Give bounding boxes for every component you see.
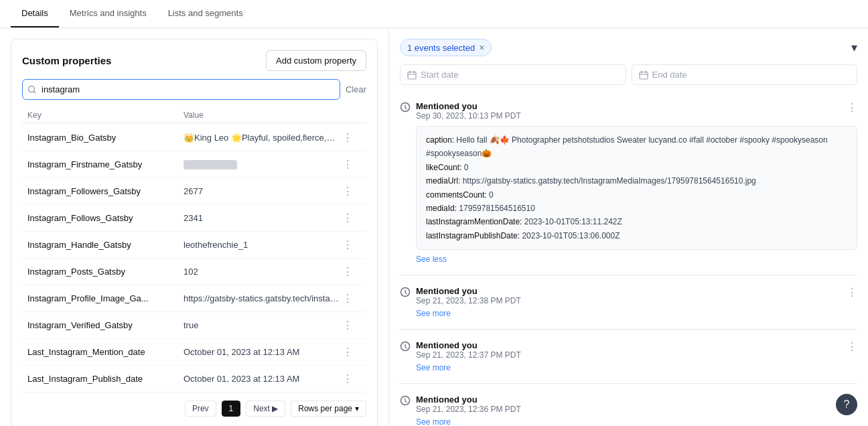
main-layout: Custom properties Add custom property Cl… <box>0 28 868 426</box>
property-value: 102 <box>184 267 340 277</box>
property-key: Instagram_Follows_Gatsby <box>27 213 184 223</box>
table-row: Instagram_Firstname_Gatsby⋮ <box>22 151 366 178</box>
see-less-button[interactable]: See less <box>400 255 447 264</box>
clear-search-button[interactable]: Clear <box>346 84 366 94</box>
table-row: Last_Instagram_Publish_dateOctober 01, 2… <box>22 366 366 393</box>
card-header: Custom properties Add custom property <box>22 50 366 71</box>
event-title: Mentioned you <box>416 286 841 296</box>
property-value: 👑King Leo 🌟Playful, spoiled,fierce,and m… <box>184 133 340 143</box>
svg-rect-1 <box>408 72 416 79</box>
property-value: true <box>184 320 340 330</box>
left-panel: Custom properties Add custom property Cl… <box>0 28 388 426</box>
help-button[interactable]: ? <box>836 394 857 415</box>
event-item: Mentioned youSep 21, 2023, 12:36 PM PDT⋮… <box>400 389 857 426</box>
end-date-placeholder: End date <box>652 70 687 80</box>
property-value <box>184 160 340 169</box>
see-more-button[interactable]: See more <box>400 363 451 372</box>
search-icon <box>27 85 37 94</box>
property-menu-button[interactable]: ⋮ <box>340 184 356 199</box>
event-divider <box>400 275 857 275</box>
event-menu-button[interactable]: ⋮ <box>847 340 857 353</box>
event-icon <box>400 102 411 115</box>
search-input-wrap <box>22 79 340 100</box>
rows-per-page-selector[interactable]: Rows per page ▾ <box>291 401 366 417</box>
tab-metrics[interactable]: Metrics and insights <box>59 0 157 27</box>
property-menu-button[interactable]: ⋮ <box>340 371 356 386</box>
event-title: Mentioned you <box>416 101 841 111</box>
pagination: Prev 1 Next ▶ Rows per page ▾ <box>22 401 366 417</box>
table-row: Instagram_Followers_Gatsby2677⋮ <box>22 178 366 205</box>
search-input[interactable] <box>22 79 340 100</box>
table-row: Instagram_Bio_Gatsby👑King Leo 🌟Playful, … <box>22 125 366 151</box>
event-filter-label: 1 events selected <box>407 43 475 53</box>
event-detail-box: caption: Hello fall 🍂🍁 Photographer pets… <box>416 126 857 250</box>
custom-properties-card: Custom properties Add custom property Cl… <box>11 39 378 426</box>
property-menu-button[interactable]: ⋮ <box>340 344 356 360</box>
event-icon <box>400 395 411 409</box>
events-filter: 1 events selected × ▾ <box>400 39 857 56</box>
event-item: Mentioned youSep 21, 2023, 12:38 PM PDT⋮… <box>400 281 857 330</box>
tab-lists[interactable]: Lists and segments <box>157 0 254 27</box>
event-filter-tag: 1 events selected × <box>400 39 492 56</box>
property-key: Instagram_Posts_Gatsby <box>27 267 184 277</box>
calendar-icon-end <box>639 70 648 80</box>
right-panel: 1 events selected × ▾ Start date End dat… <box>388 28 868 426</box>
svg-rect-2 <box>640 72 648 79</box>
property-menu-button[interactable]: ⋮ <box>340 291 356 306</box>
event-title: Mentioned you <box>416 340 841 350</box>
event-date: Sep 21, 2023, 12:38 PM PDT <box>416 296 841 305</box>
property-menu-button[interactable]: ⋮ <box>340 130 356 145</box>
property-key: Instagram_Verified_Gatsby <box>27 320 184 330</box>
prev-page-button[interactable]: Prev <box>185 401 216 417</box>
property-menu-button[interactable]: ⋮ <box>340 210 356 226</box>
event-date: Sep 30, 2023, 10:13 PM PDT <box>416 111 841 121</box>
event-filter-close-button[interactable]: × <box>479 42 484 53</box>
table-row: Instagram_Verified_Gatsbytrue⋮ <box>22 312 366 339</box>
property-value: 2341 <box>184 213 340 223</box>
event-icon <box>400 341 411 354</box>
col-key: Key <box>27 111 184 120</box>
event-date: Sep 21, 2023, 12:37 PM PDT <box>416 350 841 360</box>
event-date: Sep 21, 2023, 12:36 PM PDT <box>416 405 841 414</box>
table-row: Instagram_Handle_Gatsbyleothefrenchie_1⋮ <box>22 232 366 259</box>
current-page: 1 <box>222 401 241 417</box>
start-date-input[interactable]: Start date <box>400 64 626 85</box>
property-key: Last_Instagram_Mention_date <box>27 347 184 357</box>
property-key: Instagram_Firstname_Gatsby <box>27 159 184 169</box>
property-menu-button[interactable]: ⋮ <box>340 317 356 333</box>
tab-details[interactable]: Details <box>11 0 59 27</box>
property-menu-button[interactable]: ⋮ <box>340 237 356 253</box>
events-list: Mentioned youSep 30, 2023, 10:13 PM PDT⋮… <box>400 96 857 426</box>
end-date-input[interactable]: End date <box>632 64 858 85</box>
top-nav: Details Metrics and insights Lists and s… <box>0 0 868 28</box>
property-key: Instagram_Handle_Gatsby <box>27 240 184 250</box>
next-page-button[interactable]: Next ▶ <box>246 401 285 417</box>
col-value: Value <box>184 111 340 120</box>
table-row: Instagram_Profile_Image_Ga...https://gat… <box>22 285 366 312</box>
property-value: leothefrenchie_1 <box>184 240 340 250</box>
see-more-button[interactable]: See more <box>400 417 451 426</box>
property-key: Instagram_Followers_Gatsby <box>27 186 184 196</box>
event-divider <box>400 329 857 330</box>
events-filter-dropdown-button[interactable]: ▾ <box>851 40 857 55</box>
property-menu-button[interactable]: ⋮ <box>340 157 356 172</box>
property-value: 2677 <box>184 186 340 196</box>
start-date-placeholder: Start date <box>421 70 458 80</box>
custom-properties-title: Custom properties <box>22 55 111 66</box>
event-item: Mentioned youSep 21, 2023, 12:37 PM PDT⋮… <box>400 335 857 384</box>
property-key: Last_Instagram_Publish_date <box>27 374 184 384</box>
blurred-value <box>184 160 237 169</box>
property-value: https://gatsby-statics.gatsby.tech/insta… <box>184 293 340 303</box>
add-custom-property-button[interactable]: Add custom property <box>266 50 366 71</box>
property-key: Instagram_Bio_Gatsby <box>27 133 184 143</box>
event-menu-button[interactable]: ⋮ <box>847 101 857 114</box>
table-row: Instagram_Posts_Gatsby102⋮ <box>22 259 366 285</box>
event-menu-button[interactable]: ⋮ <box>847 286 857 299</box>
table-row: Instagram_Follows_Gatsby2341⋮ <box>22 205 366 232</box>
search-row: Clear <box>22 79 366 100</box>
property-menu-button[interactable]: ⋮ <box>340 264 356 279</box>
property-value: October 01, 2023 at 12:13 AM <box>184 374 340 384</box>
event-item: Mentioned youSep 30, 2023, 10:13 PM PDT⋮… <box>400 96 857 275</box>
see-more-button[interactable]: See more <box>400 309 451 318</box>
calendar-icon-start <box>407 70 417 80</box>
